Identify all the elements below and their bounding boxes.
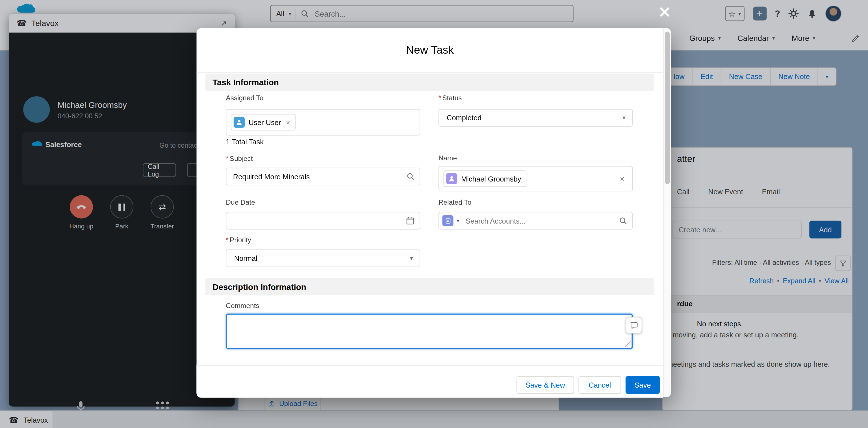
object-switcher-chevron-icon[interactable]: ▾: [457, 218, 459, 224]
save-and-new-button[interactable]: Save & New: [517, 376, 574, 394]
total-task-count: 1 Total Task: [226, 138, 264, 146]
comments-textarea[interactable]: [226, 314, 632, 349]
screenshot-root: All ▾ ☆ ▾ + ?: [0, 0, 868, 428]
name-field[interactable]: Michael Groomsby ×: [438, 166, 633, 191]
new-task-modal: New Task Task Information Assigned To Us…: [197, 28, 671, 397]
priority-label: *Priority: [226, 236, 251, 244]
modal-title: New Task: [197, 44, 663, 57]
contact-icon: [446, 173, 457, 184]
chevron-down-icon: ▾: [410, 255, 413, 262]
due-date-field[interactable]: [226, 212, 420, 230]
subject-field[interactable]: [226, 168, 420, 186]
account-icon[interactable]: [442, 215, 453, 226]
status-label: *Status: [438, 94, 462, 102]
name-label: Name: [438, 155, 457, 162]
required-asterisk: *: [226, 236, 228, 244]
modal-scrollbar[interactable]: [663, 28, 671, 397]
subject-input[interactable]: [226, 168, 420, 185]
salesforce-app: All ▾ ☆ ▾ + ?: [0, 0, 868, 428]
description-information-section-header: Description Information: [206, 278, 654, 295]
section-label: Task Information: [213, 77, 279, 87]
section-label: Description Information: [213, 282, 306, 291]
assigned-to-label: Assigned To: [226, 94, 264, 102]
subject-label: *Subject: [226, 155, 253, 163]
calendar-icon[interactable]: [406, 216, 414, 225]
due-date-input[interactable]: [226, 212, 420, 229]
name-pill-label: Michael Groomsby: [461, 174, 521, 183]
insert-text-macro-button[interactable]: [626, 317, 642, 334]
subject-lookup-icon[interactable]: [406, 172, 414, 180]
priority-value: Normal: [234, 254, 257, 262]
required-asterisk: *: [438, 94, 441, 102]
related-to-label: Related To: [438, 198, 472, 206]
assigned-to-pill[interactable]: User User ×: [231, 114, 296, 131]
save-label: Save: [634, 381, 651, 389]
save-button[interactable]: Save: [626, 376, 660, 394]
status-value: Completed: [447, 114, 482, 122]
assigned-to-field[interactable]: User User ×: [226, 109, 420, 135]
modal-footer: Save & New Cancel Save: [197, 365, 663, 398]
assigned-to-pill-label: User User: [249, 118, 281, 126]
chevron-down-icon: ▾: [622, 114, 626, 122]
save-and-new-label: Save & New: [526, 381, 565, 389]
due-date-label: Due Date: [226, 198, 255, 206]
remove-pill-icon[interactable]: ×: [286, 118, 290, 126]
task-information-section-header: Task Information: [206, 74, 654, 91]
related-to-field[interactable]: ▾: [438, 212, 633, 230]
related-to-search-icon[interactable]: [619, 217, 627, 225]
modal-close-button[interactable]: ×: [658, 3, 672, 20]
related-to-input[interactable]: [439, 212, 632, 229]
comments-label: Comments: [226, 302, 259, 310]
cancel-label: Cancel: [589, 381, 611, 389]
required-asterisk: *: [226, 155, 228, 163]
resize-handle[interactable]: [625, 341, 631, 347]
speech-bubble-icon: [630, 321, 638, 329]
modal-header-divider: [197, 72, 671, 73]
cancel-button[interactable]: Cancel: [578, 376, 621, 394]
scrollbar-thumb[interactable]: [665, 32, 670, 184]
status-select[interactable]: Completed ▾: [438, 109, 633, 127]
clear-name-icon[interactable]: ×: [620, 174, 624, 183]
priority-select[interactable]: Normal ▾: [226, 250, 420, 267]
name-pill[interactable]: Michael Groomsby: [443, 170, 527, 187]
user-icon: [234, 117, 245, 128]
